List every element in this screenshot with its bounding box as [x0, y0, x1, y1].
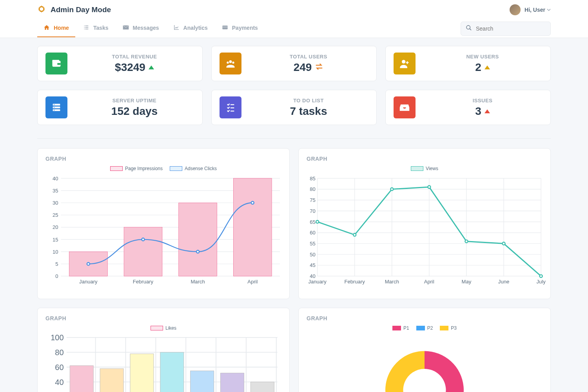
nav: Home Tasks Messages Analytics Payments [37, 20, 264, 37]
search-icon [466, 25, 476, 33]
users-icon [220, 53, 241, 74]
svg-rect-106 [100, 368, 123, 392]
svg-text:20: 20 [53, 224, 58, 230]
svg-text:10: 10 [53, 249, 58, 255]
svg-point-86 [390, 188, 393, 191]
stat-revenue-label: TOTAL REVENUE [74, 54, 194, 60]
svg-text:March: March [385, 279, 399, 285]
svg-text:July: July [536, 279, 546, 285]
svg-text:50: 50 [310, 252, 316, 258]
chart-legend: Views [303, 166, 546, 171]
chart-legend: Page Impressions Adsense Clicks [42, 166, 285, 171]
chart-impressions: GRAPH Page Impressions Adsense Clicks 05… [37, 148, 290, 299]
svg-text:February: February [345, 279, 365, 285]
chart-title: GRAPH [38, 308, 289, 325]
svg-point-3 [466, 25, 470, 29]
stat-uptime-label: SERVER UPTIME [74, 98, 194, 103]
svg-point-10 [402, 60, 405, 64]
chart-legend: P1 P2 P3 [303, 325, 546, 331]
svg-text:April: April [424, 279, 434, 285]
envelope-icon [123, 24, 129, 32]
nav-payments-label: Payments [232, 25, 258, 31]
brand: Admin Day Mode [37, 5, 111, 15]
user-greeting: Hi, User [524, 7, 545, 13]
nav-analytics[interactable]: Analytics [167, 20, 214, 37]
svg-rect-108 [130, 354, 154, 392]
svg-text:0: 0 [55, 273, 58, 279]
svg-point-9 [232, 62, 234, 64]
legend-label: Likes [165, 325, 176, 331]
svg-rect-116 [250, 382, 274, 392]
chart-likes: GRAPH Likes 020406080100 [37, 308, 290, 392]
svg-text:June: June [498, 279, 509, 285]
stat-todo-label: TO DO LIST [249, 98, 368, 103]
chart-canvas [303, 333, 546, 392]
home-icon [44, 24, 50, 32]
checklist-icon [220, 96, 241, 118]
stat-revenue: TOTAL REVENUE $3249 [37, 46, 203, 81]
user-plus-icon [394, 53, 416, 74]
nav-home[interactable]: Home [37, 20, 75, 37]
search-box[interactable] [461, 22, 551, 36]
svg-rect-40 [124, 227, 162, 276]
svg-text:85: 85 [310, 176, 316, 181]
svg-point-89 [502, 242, 505, 245]
exchange-icon [315, 61, 323, 74]
legend-label: Views [426, 166, 438, 171]
svg-point-47 [142, 238, 144, 241]
svg-rect-110 [160, 352, 184, 392]
stat-newusers-label: NEW USERS [423, 54, 543, 60]
divider [37, 138, 551, 139]
svg-text:February: February [133, 279, 154, 285]
avatar [510, 4, 521, 15]
caret-up-icon [485, 109, 490, 113]
svg-rect-6 [53, 60, 60, 62]
stat-todo: TO DO LIST 7 tasks [211, 90, 377, 125]
svg-point-85 [353, 234, 356, 236]
inbox-icon [394, 96, 416, 118]
legend-label: Adsense Clicks [185, 166, 217, 171]
svg-text:30: 30 [53, 200, 58, 206]
stat-newusers-value: 2 [475, 61, 481, 74]
nav-tasks-label: Tasks [93, 25, 109, 31]
svg-text:January: January [79, 279, 98, 285]
chart-icon [173, 24, 180, 32]
svg-rect-17 [230, 104, 234, 105]
legend-label: P3 [451, 325, 457, 331]
server-icon [45, 96, 67, 118]
chart-canvas: 020406080100 [42, 333, 285, 392]
legend-label: P1 [403, 325, 409, 331]
svg-rect-5 [57, 63, 60, 65]
svg-text:5: 5 [55, 261, 58, 267]
user-menu[interactable]: Hi, User [510, 4, 551, 15]
svg-text:25: 25 [53, 212, 58, 218]
svg-point-15 [54, 107, 54, 108]
chart-canvas: 0510152025303540JanuaryFebruaryMarchApri… [42, 174, 285, 290]
search-input[interactable] [476, 25, 546, 32]
svg-rect-42 [179, 203, 217, 276]
stat-users-value: 249 [294, 61, 312, 74]
nav-tasks[interactable]: Tasks [77, 20, 115, 37]
svg-text:May: May [462, 279, 472, 285]
svg-point-16 [54, 110, 54, 111]
nav-home-label: Home [54, 25, 69, 31]
nav-payments[interactable]: Payments [216, 20, 264, 37]
stats-grid: TOTAL REVENUE $3249 TOTAL USERS 249 [37, 46, 551, 125]
stat-uptime-value: 152 days [111, 105, 158, 118]
list-icon [83, 24, 89, 32]
nav-messages[interactable]: Messages [116, 20, 165, 37]
svg-text:40: 40 [310, 273, 316, 279]
svg-text:April: April [247, 279, 258, 285]
svg-point-8 [227, 62, 229, 64]
svg-text:80: 80 [55, 348, 64, 357]
credit-card-icon [222, 24, 228, 32]
wallet-icon [45, 53, 67, 74]
svg-rect-112 [191, 371, 214, 392]
svg-text:60: 60 [310, 230, 316, 236]
svg-text:40: 40 [53, 176, 58, 181]
svg-rect-2 [222, 27, 227, 27]
stat-todo-value: 7 tasks [290, 105, 327, 118]
chart-title: GRAPH [299, 149, 550, 166]
chart-title: GRAPH [38, 149, 289, 166]
svg-point-88 [465, 240, 468, 243]
